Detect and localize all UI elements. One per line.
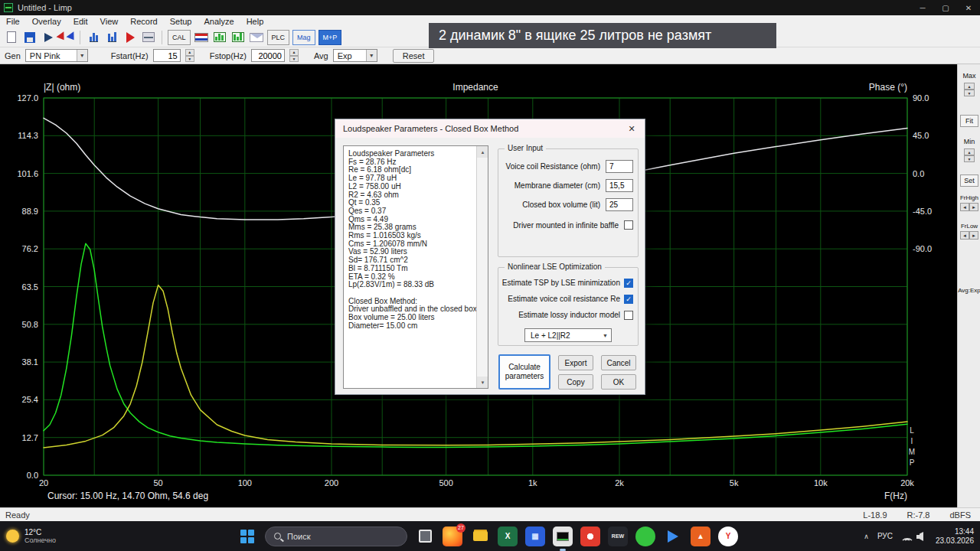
reset-button[interactable]: Reset [393, 49, 435, 63]
param-line: Lp(2.83V/1m) = 88.33 dB [348, 281, 474, 289]
estimate-tsp-checkbox[interactable]: ✓ [624, 279, 633, 288]
mag-phase-button[interactable]: M+P [318, 30, 342, 45]
generator-select[interactable]: PN Pink ▼ [25, 49, 88, 62]
scrollbar[interactable]: ▲ ▼ [476, 146, 488, 388]
ok-button[interactable]: OK [601, 374, 636, 390]
spectrum-icon[interactable] [86, 30, 101, 45]
player-icon[interactable] [663, 527, 683, 546]
scroll-up-icon[interactable]: ▲ [477, 146, 488, 158]
network-volume-icons[interactable] [901, 531, 927, 542]
maximize-button[interactable]: ▢ [934, 0, 957, 15]
avg-select[interactable]: Exp ▼ [333, 49, 377, 62]
avg-value: Exp [338, 51, 352, 60]
scope-icon[interactable] [141, 30, 156, 45]
x-axis-label: F(Hz) [884, 491, 907, 501]
scroll-down-icon[interactable]: ▼ [477, 377, 488, 388]
excel-icon[interactable]: X [498, 527, 518, 546]
green-app-icon[interactable] [635, 527, 655, 546]
save-icon[interactable] [22, 30, 38, 45]
menu-item-analyze[interactable]: Analyze [198, 15, 240, 28]
orange-app-icon[interactable]: ▲ [691, 527, 710, 546]
max-label: Max [958, 72, 980, 80]
new-file-icon[interactable] [4, 30, 19, 45]
envelope-icon[interactable] [249, 30, 264, 45]
clock[interactable]: 13:44 23.03.2026 [936, 527, 974, 546]
copy-button[interactable]: Copy [558, 374, 593, 390]
cal-button[interactable]: CAL [168, 30, 191, 45]
closed-box-volume-row: Closed box volume (lit) [498, 195, 638, 214]
tray-chevron-icon[interactable]: ∧ [864, 533, 869, 540]
x-tick-label: 1k [528, 478, 537, 487]
cancel-button[interactable]: Cancel [601, 355, 636, 370]
x-tick-label: 10k [814, 478, 828, 487]
overlay-chart2-icon[interactable] [230, 30, 246, 45]
max-stepper[interactable]: ▲▼ [964, 83, 975, 96]
limp-app-icon[interactable] [553, 527, 573, 546]
menu-item-edit[interactable]: Edit [67, 15, 94, 28]
bars-icon[interactable] [104, 30, 119, 45]
menu-item-overlay[interactable]: Overlay [26, 15, 67, 28]
dialog-title-bar[interactable]: Loudspeaker Parameters - Closed Box Meth… [335, 119, 645, 138]
mag-button[interactable]: Mag [292, 30, 315, 45]
chevron-down-icon: ▼ [603, 333, 608, 338]
rew-icon[interactable]: REW [608, 527, 628, 546]
language-flag-icon[interactable] [194, 30, 209, 45]
fit-button[interactable]: Fit [960, 115, 978, 127]
estimate-tsp-row: Estimate TSP by LSE minimization✓ [498, 275, 638, 291]
menu-item-view[interactable]: View [94, 15, 125, 28]
fstart-input[interactable] [153, 49, 181, 62]
pennant-icon[interactable] [41, 30, 56, 45]
parameters-text-panel[interactable]: Loudspeaker ParametersFs = 28.76 HzRe = … [343, 145, 488, 389]
dialog-close-button[interactable]: ✕ [619, 119, 645, 138]
avg-mode-label: Avg:Exp [958, 287, 980, 294]
export-button[interactable]: Export [558, 355, 593, 370]
membrane-diameter-input[interactable] [606, 179, 633, 192]
set-button[interactable]: Set [960, 174, 978, 187]
z-tick-label: 127.0 [17, 93, 38, 103]
frlow-arrows[interactable]: ◄► [960, 231, 978, 240]
firefox-icon[interactable]: 27 [443, 527, 462, 546]
estimate-re-checkbox[interactable]: ✓ [624, 295, 633, 304]
fstop-stepper[interactable]: ▲▼ [289, 49, 299, 62]
language-indicator[interactable]: РУС [877, 532, 893, 540]
search-input[interactable]: Поиск [265, 527, 407, 546]
fstop-input[interactable] [251, 49, 285, 62]
cursors-icon[interactable] [59, 30, 74, 45]
y-axis-right-label: Phase (°) [869, 82, 907, 93]
overlay-chart-icon[interactable] [212, 30, 227, 45]
chrome-icon[interactable] [580, 527, 600, 546]
fstart-stepper[interactable]: ▲▼ [185, 49, 194, 62]
z-tick-label: 38.1 [22, 357, 38, 367]
record-play-icon[interactable] [122, 30, 138, 45]
minimize-button[interactable]: ─ [911, 0, 934, 15]
folder-icon[interactable] [470, 527, 490, 546]
phase-tick-label: 45.0 [913, 131, 929, 140]
menu-item-file[interactable]: File [0, 15, 26, 28]
avg-label: Avg [314, 51, 328, 60]
yandex-icon[interactable]: Y [718, 527, 738, 546]
blue-app-icon[interactable]: ▦ [525, 527, 545, 546]
inductor-model-select[interactable]: Le + L2||R2 ▼ [524, 328, 612, 342]
weather-widget[interactable]: 12°C Солнечно [6, 521, 56, 551]
plc-button[interactable]: PLC [267, 30, 290, 45]
task-view-icon[interactable] [415, 527, 435, 546]
voice-coil-resistance-input[interactable] [606, 160, 633, 173]
membrane-diameter-label: Membrane diameter (cm) [498, 181, 600, 190]
title-bar: Untitled - Limp ─ ▢ ✕ [0, 0, 980, 15]
menu-item-help[interactable]: Help [240, 15, 270, 28]
close-button[interactable]: ✕ [957, 0, 980, 15]
min-stepper[interactable]: ▲▼ [964, 148, 975, 162]
level-right: R:-7.8 [907, 510, 930, 520]
menu-item-setup[interactable]: Setup [164, 15, 198, 28]
baffle-checkbox[interactable] [624, 220, 633, 230]
z-tick-label: 114.3 [18, 131, 38, 140]
chart-title: Impedance [452, 82, 498, 93]
menu-item-record[interactable]: Record [124, 15, 163, 28]
estimate-inductor-row: Estimate lossy inductor model [498, 307, 638, 323]
calculate-parameters-button[interactable]: Calculate parameters [498, 354, 550, 390]
closed-box-volume-input[interactable] [606, 198, 633, 211]
frhigh-arrows[interactable]: ◄► [960, 203, 978, 211]
estimate-inductor-checkbox[interactable] [624, 311, 633, 320]
x-tick-label: 5k [730, 478, 739, 487]
start-button[interactable] [237, 527, 257, 546]
